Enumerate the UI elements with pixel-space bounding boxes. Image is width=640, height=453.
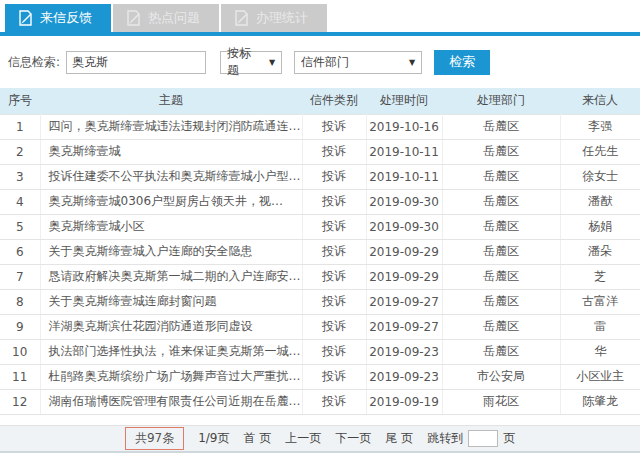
- cell-sender: 雷: [560, 314, 640, 339]
- cell-subject[interactable]: 四问，奥克斯缔壹城违法违规封闭消防疏通连…: [40, 114, 302, 139]
- cell-type: 投诉: [302, 214, 366, 239]
- jump-page-input[interactable]: [468, 430, 498, 447]
- tab-label: 办理统计: [256, 9, 308, 27]
- search-input[interactable]: [66, 51, 206, 74]
- cell-subject[interactable]: 杜鹃路奥克斯缤纷广场广场舞声音过大严重扰…: [40, 364, 302, 389]
- cell-no: 12: [0, 389, 40, 414]
- cell-type: 投诉: [302, 114, 366, 139]
- cell-date: 2019-09-27: [366, 314, 442, 339]
- col-date: 处理时间: [366, 88, 442, 114]
- cell-type: 投诉: [302, 164, 366, 189]
- search-field-select[interactable]: 按标题 ▼: [220, 51, 282, 74]
- cell-dept: 岳麓区: [442, 239, 560, 264]
- last-page-link[interactable]: 尾 页: [385, 430, 413, 447]
- table-row: 1 四问，奥克斯缔壹城违法违规封闭消防疏通连… 投诉 2019-10-16 岳麓…: [0, 114, 640, 139]
- cell-subject[interactable]: 湖南佰瑞博医院管理有限责任公司近期在岳麓…: [40, 389, 302, 414]
- cell-type: 投诉: [302, 389, 366, 414]
- chevron-down-icon: ▼: [409, 58, 415, 67]
- cell-type: 投诉: [302, 339, 366, 364]
- cell-subject[interactable]: 奥克斯缔壹城0306户型厨房占领天井，视…: [40, 189, 302, 214]
- table-row: 12 湖南佰瑞博医院管理有限责任公司近期在岳麓… 投诉 2019-09-19 雨…: [0, 389, 640, 414]
- cell-sender: 小区业主: [560, 364, 640, 389]
- cell-no: 6: [0, 239, 40, 264]
- cell-dept: 雨花区: [442, 389, 560, 414]
- tabbar: 来信反馈 热点问题 办理统计: [0, 0, 640, 32]
- cell-dept: 市公安局: [442, 364, 560, 389]
- cell-date: 2019-10-16: [366, 114, 442, 139]
- cell-sender: 杨娟: [560, 214, 640, 239]
- table-row: 9 洋湖奥克斯滨仕花园消防通道形同虚设 投诉 2019-09-27 岳麓区 雷: [0, 314, 640, 339]
- cell-sender: 李强: [560, 114, 640, 139]
- cell-type: 投诉: [302, 239, 366, 264]
- cell-subject[interactable]: 执法部门选择性执法，谁来保证奥克斯第一城…: [40, 339, 302, 364]
- cell-date: 2019-09-27: [366, 289, 442, 314]
- cell-no: 7: [0, 264, 40, 289]
- letters-feedback-page: 来信反馈 热点问题 办理统计 信息检索: 按标题 ▼ 信件部门 ▼ 检索: [0, 0, 640, 453]
- tab-letter-feedback[interactable]: 来信反馈: [5, 4, 111, 32]
- next-page-link[interactable]: 下一页: [335, 430, 371, 447]
- select-value: 信件部门: [301, 54, 349, 71]
- cell-subject[interactable]: 关于奥克斯缔壹城连廊封窗问题: [40, 289, 302, 314]
- cell-sender: 徐女士: [560, 164, 640, 189]
- cell-no: 2: [0, 139, 40, 164]
- cell-sender: 潘猷: [560, 189, 640, 214]
- cell-dept: 岳麓区: [442, 164, 560, 189]
- tab-handling-stats[interactable]: 办理统计: [221, 4, 327, 32]
- jump-unit: 页: [503, 430, 515, 447]
- cell-date: 2019-09-29: [366, 264, 442, 289]
- cell-type: 投诉: [302, 189, 366, 214]
- table-header: 序号 主题 信件类别 处理时间 处理部门 来信人: [0, 88, 640, 114]
- document-pen-icon: [233, 10, 249, 26]
- cell-sender: 陈肇龙: [560, 389, 640, 414]
- cell-no: 1: [0, 114, 40, 139]
- cell-date: 2019-09-23: [366, 364, 442, 389]
- col-type: 信件类别: [302, 88, 366, 114]
- cell-dept: 岳麓区: [442, 289, 560, 314]
- jump-label: 跳转到: [427, 430, 463, 447]
- first-page-link[interactable]: 首 页: [243, 430, 271, 447]
- cell-dept: 岳麓区: [442, 264, 560, 289]
- page-indicator: 1/9页: [198, 430, 229, 447]
- jump-to-page: 跳转到 页: [427, 430, 515, 447]
- cell-dept: 岳麓区: [442, 314, 560, 339]
- cell-subject[interactable]: 投诉住建委不公平执法和奥克斯缔壹城小户型…: [40, 164, 302, 189]
- cell-subject[interactable]: 洋湖奥克斯滨仕花园消防通道形同虚设: [40, 314, 302, 339]
- cell-date: 2019-09-30: [366, 214, 442, 239]
- results-table: 序号 主题 信件类别 处理时间 处理部门 来信人 1 四问，奥克斯缔壹城违法违规…: [0, 88, 640, 415]
- cell-dept: 岳麓区: [442, 114, 560, 139]
- department-select[interactable]: 信件部门 ▼: [294, 51, 422, 74]
- cell-date: 2019-09-29: [366, 239, 442, 264]
- search-bar: 信息检索: 按标题 ▼ 信件部门 ▼ 检索: [0, 36, 640, 88]
- table-row: 10 执法部门选择性执法，谁来保证奥克斯第一城… 投诉 2019-09-23 岳…: [0, 339, 640, 364]
- cell-subject[interactable]: 奥克斯缔壹城: [40, 139, 302, 164]
- cell-no: 4: [0, 189, 40, 214]
- total-count-badge: 共97条: [125, 427, 184, 450]
- cell-subject[interactable]: 恳请政府解决奥克斯第一城二期的入户连廊安…: [40, 264, 302, 289]
- cell-date: 2019-10-11: [366, 139, 442, 164]
- chevron-down-icon: ▼: [269, 58, 275, 67]
- table-row: 7 恳请政府解决奥克斯第一城二期的入户连廊安… 投诉 2019-09-29 岳麓…: [0, 264, 640, 289]
- tab-hot-issues[interactable]: 热点问题: [113, 4, 219, 32]
- table-row: 3 投诉住建委不公平执法和奥克斯缔壹城小户型… 投诉 2019-10-11 岳麓…: [0, 164, 640, 189]
- table-row: 4 奥克斯缔壹城0306户型厨房占领天井，视… 投诉 2019-09-30 岳麓…: [0, 189, 640, 214]
- cell-date: 2019-09-30: [366, 189, 442, 214]
- cell-dept: 岳麓区: [442, 214, 560, 239]
- cell-subject[interactable]: 关于奥克斯缔壹城入户连廊的安全隐患: [40, 239, 302, 264]
- cell-sender: 潘朵: [560, 239, 640, 264]
- table-row: 6 关于奥克斯缔壹城入户连廊的安全隐患 投诉 2019-09-29 岳麓区 潘朵: [0, 239, 640, 264]
- table-body: 1 四问，奥克斯缔壹城违法违规封闭消防疏通连… 投诉 2019-10-16 岳麓…: [0, 114, 640, 414]
- cell-no: 8: [0, 289, 40, 314]
- cell-no: 11: [0, 364, 40, 389]
- cell-date: 2019-09-23: [366, 339, 442, 364]
- cell-sender: 华: [560, 339, 640, 364]
- cell-date: 2019-09-19: [366, 389, 442, 414]
- search-button[interactable]: 检索: [434, 50, 490, 75]
- cell-type: 投诉: [302, 289, 366, 314]
- cell-subject[interactable]: 奥克斯缔壹城小区: [40, 214, 302, 239]
- pagination-bar: 共97条 1/9页 首 页 上一页 下一页 尾 页 跳转到 页: [0, 425, 640, 451]
- cell-type: 投诉: [302, 314, 366, 339]
- table-row: 11 杜鹃路奥克斯缤纷广场广场舞声音过大严重扰… 投诉 2019-09-23 市…: [0, 364, 640, 389]
- table-row: 2 奥克斯缔壹城 投诉 2019-10-11 岳麓区 任先生: [0, 139, 640, 164]
- table-row: 5 奥克斯缔壹城小区 投诉 2019-09-30 岳麓区 杨娟: [0, 214, 640, 239]
- prev-page-link[interactable]: 上一页: [285, 430, 321, 447]
